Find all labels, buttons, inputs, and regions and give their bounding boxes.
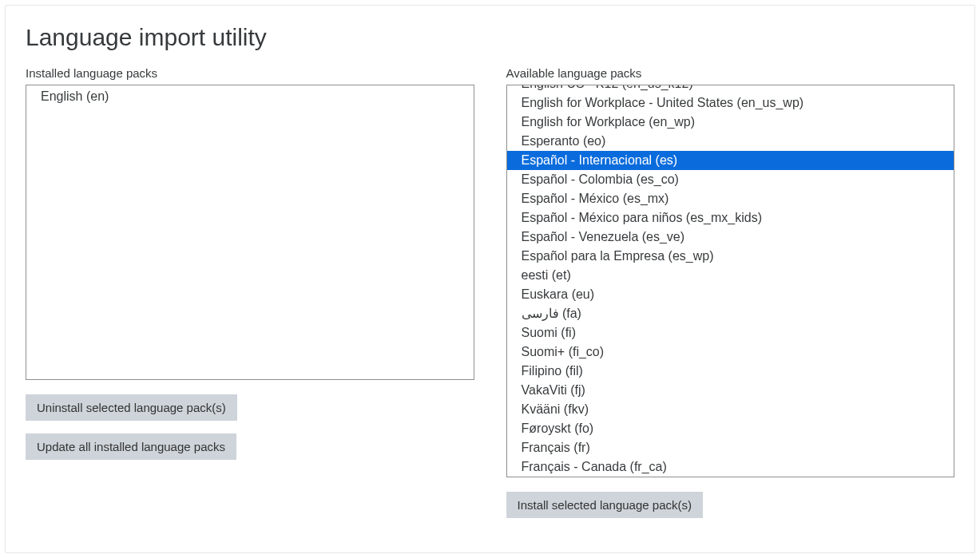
- list-item[interactable]: English (en): [26, 87, 474, 106]
- language-import-panel: Language import utility Installed langua…: [5, 5, 975, 553]
- available-listbox[interactable]: English US - K12 (en_us_k12)English for …: [506, 85, 955, 477]
- list-item[interactable]: VakaViti (fj): [507, 381, 954, 400]
- list-item[interactable]: Español - Venezuela (es_ve): [507, 228, 954, 247]
- install-button[interactable]: Install selected language pack(s): [506, 492, 703, 518]
- list-item[interactable]: Suomi+ (fi_co): [507, 342, 954, 362]
- list-item[interactable]: Suomi (fi): [507, 323, 954, 342]
- list-item[interactable]: English for Workplace - United States (e…: [507, 93, 954, 113]
- list-item[interactable]: Español - Colombia (es_co): [507, 170, 954, 189]
- list-item[interactable]: English for Workplace (en_wp): [507, 113, 954, 132]
- list-item[interactable]: eesti (et): [507, 266, 954, 285]
- list-item[interactable]: Français - Canada (fr_ca): [507, 457, 954, 477]
- list-item[interactable]: Føroyskt (fo): [507, 419, 954, 438]
- installed-label: Installed language packs: [26, 66, 474, 80]
- list-item[interactable]: Euskara (eu): [507, 285, 954, 304]
- list-item[interactable]: Filipino (fil): [507, 362, 954, 381]
- uninstall-button[interactable]: Uninstall selected language pack(s): [26, 394, 237, 421]
- available-label: Available language packs: [506, 66, 955, 80]
- update-all-button[interactable]: Update all installed language packs: [26, 433, 236, 460]
- list-item[interactable]: Español - México para niños (es_mx_kids): [507, 208, 954, 228]
- page-title: Language import utility: [26, 23, 954, 52]
- list-item[interactable]: Español para la Empresa (es_wp): [507, 247, 954, 266]
- list-item[interactable]: فارسی (fa): [507, 304, 954, 323]
- list-item[interactable]: Français (fr): [507, 438, 954, 457]
- list-item[interactable]: Español - México (es_mx): [507, 189, 954, 208]
- installed-listbox[interactable]: English (en): [26, 85, 474, 380]
- list-item[interactable]: Esperanto (eo): [507, 132, 954, 151]
- list-item[interactable]: Kvääni (fkv): [507, 400, 954, 419]
- installed-column: Installed language packs English (en) Un…: [26, 66, 474, 460]
- available-column: Available language packs English US - K1…: [506, 66, 955, 531]
- list-item[interactable]: Español - Internacional (es): [507, 151, 954, 170]
- list-item[interactable]: English US - K12 (en_us_k12): [507, 85, 954, 93]
